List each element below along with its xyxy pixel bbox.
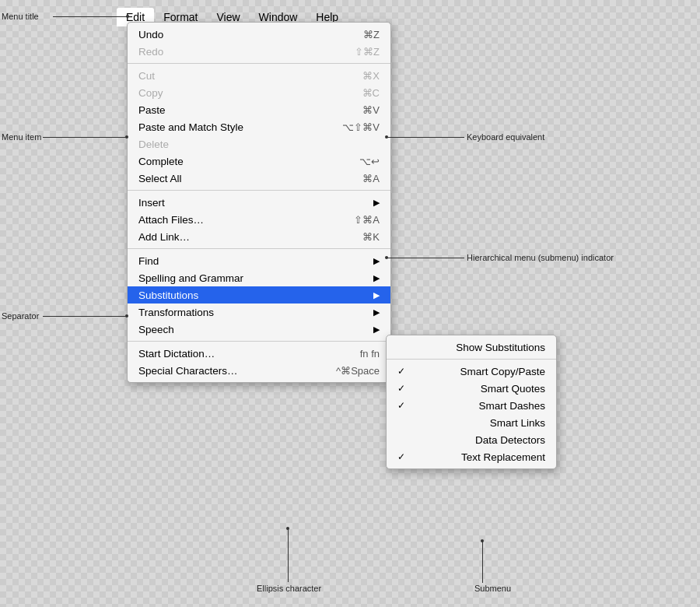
submenu-arrow-find: ▶ [373, 256, 380, 266]
menu-item-spelling[interactable]: Spelling and Grammar ▶ [128, 269, 390, 286]
annotation-menu-item: Menu item [2, 132, 41, 142]
annotation-keyboard-equiv: Keyboard equivalent [467, 132, 544, 142]
annotation-hierarchical-dot [385, 256, 388, 259]
submenu-item-text-replacement[interactable]: ✓ Text Replacement [387, 448, 556, 465]
menu-item-dictation[interactable]: Start Dictation… fn fn [128, 345, 390, 362]
submenu-separator-1 [387, 359, 556, 360]
menu-item-transformations[interactable]: Transformations ▶ [128, 304, 390, 321]
annotation-menu-title: Menu title [2, 12, 39, 21]
menu-item-cut[interactable]: Cut ⌘X [128, 67, 390, 84]
menu-item-delete[interactable]: Delete [128, 135, 390, 153]
annotation-separator: Separator [2, 311, 39, 321]
annotation-submenu-line [482, 541, 483, 583]
submenu-item-smart-dashes[interactable]: ✓ Smart Dashes [387, 397, 556, 414]
submenu-arrow-insert: ▶ [373, 198, 380, 208]
annotation-ellipsis: Ellipsis character [257, 584, 321, 593]
annotation-separator-line [43, 316, 127, 317]
annotation-hierarchical-line [387, 258, 464, 258]
annotation-ellipsis-line [288, 529, 289, 582]
menu-item-speech[interactable]: Speech ▶ [128, 321, 390, 338]
annotation-menu-title-dot [126, 15, 129, 18]
annotation-keyboard-equiv-line [387, 137, 464, 138]
substitutions-submenu: ✓ Show Substitutions ✓ Smart Copy/Paste … [386, 335, 557, 469]
edit-menu-dropdown: Undo ⌘Z Redo ⇧⌘Z Cut ⌘X Copy ⌘C Paste ⌘V… [127, 22, 391, 383]
annotation-keyboard-equiv-dot [385, 135, 388, 139]
submenu-arrow-speech: ▶ [373, 325, 380, 335]
annotation-submenu-dot [481, 539, 484, 542]
menu-item-substitutions[interactable]: Substitutions ▶ [128, 286, 390, 304]
separator-2 [128, 190, 390, 191]
annotation-ellipsis-dot [286, 527, 289, 530]
submenu-item-smart-links[interactable]: ✓ Smart Links [387, 414, 556, 431]
menu-item-insert[interactable]: Insert ▶ [128, 194, 390, 211]
annotation-menu-title-line [53, 16, 128, 17]
menu-item-paste-match[interactable]: Paste and Match Style ⌥⇧⌘V [128, 118, 390, 135]
annotation-separator-dot [125, 314, 128, 318]
menu-item-copy[interactable]: Copy ⌘C [128, 84, 390, 101]
submenu-item-show-substitutions[interactable]: ✓ Show Substitutions [387, 339, 556, 356]
menu-item-paste[interactable]: Paste ⌘V [128, 101, 390, 118]
menu-item-undo[interactable]: Undo ⌘Z [128, 26, 390, 43]
menu-item-select-all[interactable]: Select All ⌘A [128, 170, 390, 187]
annotation-hierarchical: Hierarchical menu (submenu) indicator [467, 253, 614, 262]
submenu-item-smart-copy[interactable]: ✓ Smart Copy/Paste [387, 363, 556, 380]
separator-3 [128, 248, 390, 249]
menu-item-redo[interactable]: Redo ⇧⌘Z [128, 43, 390, 60]
submenu-item-smart-quotes[interactable]: ✓ Smart Quotes [387, 380, 556, 397]
menu-item-special-chars[interactable]: Special Characters… ^⌘Space [128, 362, 390, 379]
submenu-arrow-substitutions: ▶ [373, 290, 380, 300]
menu-item-complete[interactable]: Complete ⌥↩ [128, 153, 390, 170]
submenu-arrow-spelling: ▶ [373, 273, 380, 283]
annotation-menu-item-line [43, 137, 127, 138]
menu-item-attach-files[interactable]: Attach Files… ⇧⌘A [128, 211, 390, 228]
annotation-submenu: Submenu [474, 584, 511, 593]
menu-item-find[interactable]: Find ▶ [128, 252, 390, 269]
submenu-item-data-detectors[interactable]: ✓ Data Detectors [387, 431, 556, 448]
submenu-arrow-transformations: ▶ [373, 307, 380, 318]
annotation-menu-item-dot [125, 135, 128, 139]
separator-4 [128, 341, 390, 342]
separator-1 [128, 63, 390, 64]
menu-item-add-link[interactable]: Add Link… ⌘K [128, 228, 390, 245]
